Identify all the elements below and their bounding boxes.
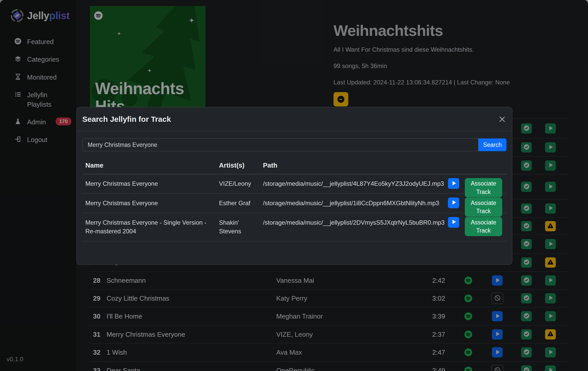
associate-track-button[interactable]: Associate Track xyxy=(465,217,502,236)
app-window: Weihnachts Hits Weihnachtshits All I Wan… xyxy=(0,0,588,371)
result-path: /storage/media/music/__jellyplist/1i8CcD… xyxy=(260,194,443,213)
preview-play-button[interactable] xyxy=(448,198,459,208)
search-result-row: Merry Christmas Everyone - Single Versio… xyxy=(82,213,507,242)
result-name: Merry Christmas Everyone xyxy=(82,194,216,213)
search-result-row: Merry Christmas EveryoneVIZE/Leony/stora… xyxy=(82,174,507,194)
column-header-name: Name xyxy=(82,158,216,174)
result-actions: Associate Track xyxy=(443,174,507,193)
column-header-artist: Artist(s) xyxy=(216,158,260,174)
result-actions: Associate Track xyxy=(443,213,507,241)
play-icon xyxy=(451,219,456,225)
result-artist: Shakin' Stevens xyxy=(216,213,260,241)
result-artist: VIZE/Leony xyxy=(216,174,260,193)
modal-title: Search Jellyfin for Track xyxy=(82,115,171,124)
play-icon xyxy=(451,180,456,187)
search-results-table: Name Artist(s) Path Merry Christmas Ever… xyxy=(82,158,507,241)
column-header-path: Path xyxy=(260,158,443,174)
close-icon[interactable] xyxy=(498,115,506,123)
play-icon xyxy=(451,200,456,206)
search-button[interactable]: Search xyxy=(478,138,506,151)
track-search-input[interactable] xyxy=(82,138,478,151)
result-name: Merry Christmas Everyone xyxy=(82,174,216,193)
results-header-row: Name Artist(s) Path xyxy=(82,158,507,174)
result-artist: Esther Graf xyxy=(216,194,260,213)
track-search-group: Search xyxy=(82,138,506,151)
result-path: /storage/media/music/__jellyplist/2DVmys… xyxy=(260,213,443,241)
search-jellyfin-modal: Search Jellyfin for Track Search Name Ar… xyxy=(76,107,512,265)
result-actions: Associate Track xyxy=(443,194,507,213)
preview-play-button[interactable] xyxy=(448,217,459,228)
result-path: /storage/media/music/__jellyplist/4L87Y4… xyxy=(260,174,443,193)
modal-header: Search Jellyfin for Track xyxy=(77,107,512,131)
preview-play-button[interactable] xyxy=(448,178,459,189)
search-result-row: Merry Christmas EveryoneEsther Graf/stor… xyxy=(82,194,507,213)
result-name: Merry Christmas Everyone - Single Versio… xyxy=(82,213,216,241)
